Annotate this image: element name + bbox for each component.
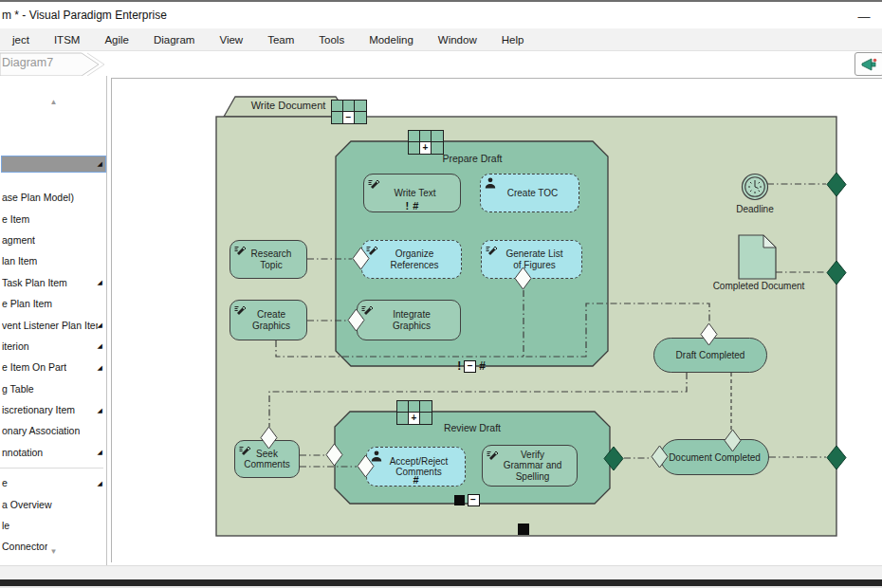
tab-diagram7[interactable]: Diagram7 [2, 56, 82, 69]
tool-palette: ◢ ▲ ase Plan Model) e Item agment lan It… [0, 76, 107, 567]
palette-selected-tool[interactable]: ◢ [1, 156, 106, 173]
palette-item[interactable]: Task Plan Item ◢ [0, 272, 107, 293]
palette-item[interactable]: vent Listener Plan Item ◢ [0, 314, 107, 335]
task-verify-grammar-spelling[interactable]: Verify Grammar and Spelling [482, 445, 578, 487]
status-bar [0, 565, 882, 580]
collapse-minus-button[interactable]: − [464, 360, 476, 373]
palette-item[interactable]: e Item [0, 208, 107, 229]
timer-event-deadline[interactable] [743, 175, 768, 200]
menu-item[interactable]: Tools [306, 34, 357, 46]
milestone-document-completed[interactable]: Document Completed [660, 439, 769, 475]
prepare-expand-grid[interactable]: + [408, 130, 444, 155]
palette-item[interactable]: e ◢ [0, 472, 107, 493]
task-create-graphics[interactable]: Create Graphics [230, 300, 307, 340]
minimize-button[interactable]: — [851, 6, 877, 27]
exit-criterion-document[interactable] [826, 445, 847, 470]
diagram-base-svg [112, 79, 882, 562]
palette-item[interactable]: agment [0, 230, 107, 250]
task-accept-reject-comments[interactable]: Accept/Reject Comments # [366, 447, 466, 487]
expand-plus-button[interactable]: + [420, 142, 432, 154]
review-expand-grid[interactable]: + [396, 400, 432, 425]
entry-criterion-integrate[interactable] [347, 308, 365, 332]
palette-item[interactable] [0, 463, 107, 472]
exit-criterion-deadline[interactable] [826, 172, 847, 197]
person-icon [484, 176, 497, 190]
chevron-corner-icon: ◢ [98, 407, 102, 413]
chevron-corner-icon: ◢ [98, 480, 102, 487]
task-organize-references[interactable]: Organize References [361, 240, 462, 279]
palette-item[interactable]: iterion ◢ [0, 336, 107, 357]
case-plan-label: Write Document [238, 100, 339, 111]
menu-item[interactable]: Agile [92, 34, 141, 46]
planning-marker: # [413, 474, 418, 486]
task-integrate-graphics[interactable]: Integrate Graphics [357, 300, 461, 340]
palette-item[interactable]: nnotation ◢ [0, 442, 107, 463]
pen-icon [486, 448, 499, 461]
collapse-minus-button[interactable]: − [343, 112, 355, 123]
palette-item-list: ase Plan Model) e Item agment lan Item T… [0, 187, 107, 588]
collapse-minus-button[interactable]: − [468, 494, 480, 506]
required-marker: ! [457, 360, 461, 372]
exit-criterion-file[interactable] [826, 260, 847, 285]
announcement-button[interactable] [854, 52, 882, 76]
menu-item[interactable]: ject [0, 34, 42, 46]
palette-item[interactable]: ase Plan Model) [0, 187, 107, 208]
menu-item[interactable]: ITSM [42, 34, 92, 46]
pen-icon [233, 303, 247, 316]
palette-scroll-up[interactable]: ▲ [0, 97, 107, 108]
resource-corner-icon: ◢ [98, 160, 102, 167]
diagram-canvas[interactable]: Write Document Prepare Draft Review Draf… [111, 78, 882, 562]
exit-criterion-review-stage[interactable] [603, 446, 624, 471]
pen-icon [238, 443, 251, 456]
palette-item[interactable]: g Table [0, 378, 107, 399]
palette-item[interactable]: e Plan Item [0, 293, 107, 314]
caseplan-stop-marker [518, 524, 529, 535]
caseplan-collapse-grid[interactable]: − [331, 100, 367, 124]
chevron-corner-icon: ◢ [98, 322, 102, 328]
pen-icon [233, 243, 247, 256]
entry-criterion-document-top[interactable] [724, 429, 742, 452]
chevron-corner-icon: ◢ [98, 364, 102, 371]
chevron-corner-icon: ◢ [98, 342, 102, 349]
menu-item[interactable]: Window [426, 34, 489, 46]
menu-item[interactable]: View [207, 34, 255, 46]
chevron-corner-icon: ◢ [98, 279, 102, 285]
palette-item[interactable]: a Overview [0, 493, 107, 514]
review-stage-markers: − [440, 493, 493, 506]
required-marker: ! [406, 200, 410, 211]
task-write-text[interactable]: Write Text !# [363, 174, 461, 212]
entry-criterion-organize[interactable] [352, 247, 370, 270]
task-research-topic[interactable]: Research Topic [230, 240, 307, 279]
palette-item[interactable]: onary Association [0, 420, 107, 441]
bottom-black-bar [0, 579, 882, 586]
task-create-toc[interactable]: Create TOC [480, 174, 579, 212]
pen-icon [367, 176, 380, 190]
menu-item[interactable]: Modeling [357, 34, 426, 46]
entry-criterion-review-stage[interactable] [325, 443, 343, 467]
planning-marker: # [413, 200, 418, 211]
menu-item[interactable]: Team [255, 34, 306, 46]
menu-item[interactable]: Help [489, 34, 537, 46]
entry-criterion-accept-reject[interactable] [357, 454, 375, 478]
palette-item[interactable]: e Item On Part ◢ [0, 357, 107, 377]
palette-item[interactable]: le [0, 515, 107, 536]
deadline-label: Deadline [717, 204, 793, 214]
entry-criterion-draft-completed[interactable] [700, 322, 718, 346]
breadcrumb-bar [0, 51, 882, 76]
entry-criterion-document-left[interactable] [651, 445, 669, 469]
chevron-corner-icon: ◢ [98, 449, 102, 455]
megaphone-icon [860, 56, 879, 73]
palette-item[interactable]: iscretionary Item ◢ [0, 399, 107, 420]
exit-criterion-generate-list[interactable] [514, 266, 532, 290]
title-bar: m * - Visual Paradigm Enterprise — [0, 2, 882, 28]
palette-item[interactable]: lan Item [0, 250, 107, 271]
planning-marker: # [479, 360, 486, 372]
menu-item[interactable]: Diagram [141, 34, 207, 46]
expand-plus-button[interactable]: + [409, 413, 420, 424]
palette-scroll-down[interactable]: ▼ [0, 546, 107, 558]
entry-criterion-seek-comments[interactable] [260, 426, 278, 450]
completed-document-label: Completed Document [692, 281, 825, 291]
prepare-stage-markers: ! − # [440, 359, 503, 373]
window-title: m * - Visual Paradigm Enterprise [2, 9, 167, 22]
case-file-completed-document[interactable] [739, 235, 776, 279]
